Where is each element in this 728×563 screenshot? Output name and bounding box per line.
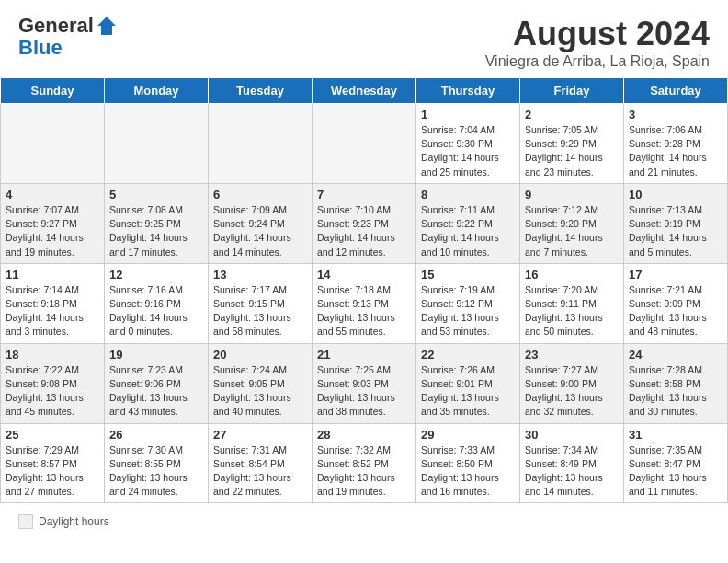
day-number: 9 <box>525 188 619 201</box>
calendar-day-cell <box>105 104 209 184</box>
day-info: Sunrise: 7:12 AM Sunset: 9:20 PM Dayligh… <box>525 203 619 259</box>
logo: General Blue <box>18 15 118 59</box>
calendar-day-cell <box>209 104 313 184</box>
calendar-day-cell: 25Sunrise: 7:29 AM Sunset: 8:57 PM Dayli… <box>1 423 105 503</box>
day-info: Sunrise: 7:22 AM Sunset: 9:08 PM Dayligh… <box>6 363 99 419</box>
calendar-day-cell: 16Sunrise: 7:20 AM Sunset: 9:11 PM Dayli… <box>520 263 624 343</box>
day-number: 4 <box>6 188 99 201</box>
day-info: Sunrise: 7:16 AM Sunset: 9:16 PM Dayligh… <box>109 283 203 339</box>
day-number: 5 <box>109 188 203 201</box>
day-number: 29 <box>421 428 515 442</box>
logo-general-text: General <box>18 15 94 37</box>
day-info: Sunrise: 7:05 AM Sunset: 9:29 PM Dayligh… <box>525 123 619 179</box>
calendar-day-cell: 14Sunrise: 7:18 AM Sunset: 9:13 PM Dayli… <box>313 263 416 343</box>
day-number: 6 <box>213 188 307 201</box>
day-info: Sunrise: 7:30 AM Sunset: 8:55 PM Dayligh… <box>109 443 203 500</box>
logo-blue-text: Blue <box>18 36 63 59</box>
calendar-day-cell: 2Sunrise: 7:05 AM Sunset: 9:29 PM Daylig… <box>520 104 624 184</box>
day-info: Sunrise: 7:18 AM Sunset: 9:13 PM Dayligh… <box>317 283 411 339</box>
day-number: 14 <box>317 268 411 282</box>
day-info: Sunrise: 7:20 AM Sunset: 9:11 PM Dayligh… <box>525 283 619 339</box>
calendar-day-cell: 15Sunrise: 7:19 AM Sunset: 9:12 PM Dayli… <box>416 263 520 343</box>
legend-box <box>18 514 33 529</box>
weekday-header-wednesday: Wednesday <box>313 78 416 104</box>
day-number: 18 <box>6 348 99 362</box>
day-info: Sunrise: 7:23 AM Sunset: 9:06 PM Dayligh… <box>109 363 203 419</box>
calendar-title: August 2024 <box>485 15 710 53</box>
legend-label: Daylight hours <box>39 515 109 528</box>
day-number: 25 <box>6 428 99 442</box>
calendar-day-cell: 7Sunrise: 7:10 AM Sunset: 9:23 PM Daylig… <box>313 183 416 263</box>
calendar-day-cell: 21Sunrise: 7:25 AM Sunset: 9:03 PM Dayli… <box>313 343 416 423</box>
weekday-header-friday: Friday <box>520 78 624 104</box>
weekday-header-row: SundayMondayTuesdayWednesdayThursdayFrid… <box>1 78 728 104</box>
day-info: Sunrise: 7:07 AM Sunset: 9:27 PM Dayligh… <box>6 203 99 259</box>
calendar-day-cell: 13Sunrise: 7:17 AM Sunset: 9:15 PM Dayli… <box>209 263 313 343</box>
calendar-day-cell: 10Sunrise: 7:13 AM Sunset: 9:19 PM Dayli… <box>624 183 728 263</box>
calendar-day-cell: 26Sunrise: 7:30 AM Sunset: 8:55 PM Dayli… <box>105 423 209 503</box>
day-number: 7 <box>317 188 411 201</box>
calendar-day-cell: 28Sunrise: 7:32 AM Sunset: 8:52 PM Dayli… <box>313 423 416 503</box>
calendar-day-cell: 20Sunrise: 7:24 AM Sunset: 9:05 PM Dayli… <box>209 343 313 423</box>
day-info: Sunrise: 7:21 AM Sunset: 9:09 PM Dayligh… <box>629 283 722 339</box>
calendar-day-cell: 11Sunrise: 7:14 AM Sunset: 9:18 PM Dayli… <box>1 263 105 343</box>
calendar-week-row: 18Sunrise: 7:22 AM Sunset: 9:08 PM Dayli… <box>1 343 728 423</box>
day-info: Sunrise: 7:14 AM Sunset: 9:18 PM Dayligh… <box>6 283 99 339</box>
title-block: August 2024 Viniegra de Arriba, La Rioja… <box>485 15 710 70</box>
day-number: 31 <box>629 428 722 442</box>
day-number: 11 <box>6 268 99 282</box>
day-info: Sunrise: 7:04 AM Sunset: 9:30 PM Dayligh… <box>421 123 515 179</box>
day-number: 21 <box>317 348 411 362</box>
calendar-day-cell: 12Sunrise: 7:16 AM Sunset: 9:16 PM Dayli… <box>105 263 209 343</box>
calendar-day-cell: 31Sunrise: 7:35 AM Sunset: 8:47 PM Dayli… <box>624 423 728 503</box>
day-number: 2 <box>525 108 619 121</box>
calendar-footer: Daylight hours <box>0 511 728 533</box>
calendar-day-cell: 29Sunrise: 7:33 AM Sunset: 8:50 PM Dayli… <box>416 423 520 503</box>
calendar-day-cell: 18Sunrise: 7:22 AM Sunset: 9:08 PM Dayli… <box>1 343 105 423</box>
day-number: 24 <box>629 348 722 362</box>
day-info: Sunrise: 7:10 AM Sunset: 9:23 PM Dayligh… <box>317 203 411 259</box>
calendar-day-cell: 6Sunrise: 7:09 AM Sunset: 9:24 PM Daylig… <box>209 183 313 263</box>
calendar-day-cell: 19Sunrise: 7:23 AM Sunset: 9:06 PM Dayli… <box>105 343 209 423</box>
day-info: Sunrise: 7:32 AM Sunset: 8:52 PM Dayligh… <box>317 443 411 500</box>
day-number: 26 <box>109 428 203 442</box>
calendar-day-cell: 3Sunrise: 7:06 AM Sunset: 9:28 PM Daylig… <box>624 104 728 184</box>
calendar-day-cell: 22Sunrise: 7:26 AM Sunset: 9:01 PM Dayli… <box>416 343 520 423</box>
day-info: Sunrise: 7:17 AM Sunset: 9:15 PM Dayligh… <box>213 283 307 339</box>
page-header: General Blue August 2024 Viniegra de Arr… <box>0 0 728 77</box>
day-number: 8 <box>421 188 515 201</box>
day-info: Sunrise: 7:08 AM Sunset: 9:25 PM Dayligh… <box>109 203 203 259</box>
day-info: Sunrise: 7:28 AM Sunset: 8:58 PM Dayligh… <box>629 363 722 419</box>
calendar-day-cell: 9Sunrise: 7:12 AM Sunset: 9:20 PM Daylig… <box>520 183 624 263</box>
calendar-day-cell: 23Sunrise: 7:27 AM Sunset: 9:00 PM Dayli… <box>520 343 624 423</box>
day-info: Sunrise: 7:31 AM Sunset: 8:54 PM Dayligh… <box>213 443 307 500</box>
calendar-day-cell: 1Sunrise: 7:04 AM Sunset: 9:30 PM Daylig… <box>416 104 520 184</box>
day-number: 10 <box>629 188 722 201</box>
day-info: Sunrise: 7:35 AM Sunset: 8:47 PM Dayligh… <box>629 443 722 500</box>
calendar-day-cell: 17Sunrise: 7:21 AM Sunset: 9:09 PM Dayli… <box>624 263 728 343</box>
calendar-week-row: 11Sunrise: 7:14 AM Sunset: 9:18 PM Dayli… <box>1 263 728 343</box>
day-number: 20 <box>213 348 307 362</box>
day-number: 28 <box>317 428 411 442</box>
day-info: Sunrise: 7:25 AM Sunset: 9:03 PM Dayligh… <box>317 363 411 419</box>
day-number: 15 <box>421 268 515 282</box>
calendar-day-cell: 8Sunrise: 7:11 AM Sunset: 9:22 PM Daylig… <box>416 183 520 263</box>
calendar-day-cell: 4Sunrise: 7:07 AM Sunset: 9:27 PM Daylig… <box>1 183 105 263</box>
day-number: 1 <box>421 108 515 121</box>
day-number: 3 <box>629 108 722 121</box>
svg-marker-0 <box>97 17 116 35</box>
calendar-day-cell: 24Sunrise: 7:28 AM Sunset: 8:58 PM Dayli… <box>624 343 728 423</box>
weekday-header-sunday: Sunday <box>1 78 105 104</box>
weekday-header-monday: Monday <box>105 78 209 104</box>
day-info: Sunrise: 7:34 AM Sunset: 8:49 PM Dayligh… <box>525 443 619 500</box>
day-info: Sunrise: 7:06 AM Sunset: 9:28 PM Dayligh… <box>629 123 722 179</box>
day-info: Sunrise: 7:09 AM Sunset: 9:24 PM Dayligh… <box>213 203 307 259</box>
day-info: Sunrise: 7:19 AM Sunset: 9:12 PM Dayligh… <box>421 283 515 339</box>
day-number: 22 <box>421 348 515 362</box>
calendar-day-cell <box>313 104 416 184</box>
day-info: Sunrise: 7:11 AM Sunset: 9:22 PM Dayligh… <box>421 203 515 259</box>
calendar-day-cell: 5Sunrise: 7:08 AM Sunset: 9:25 PM Daylig… <box>105 183 209 263</box>
day-info: Sunrise: 7:27 AM Sunset: 9:00 PM Dayligh… <box>525 363 619 419</box>
day-info: Sunrise: 7:13 AM Sunset: 9:19 PM Dayligh… <box>629 203 722 259</box>
day-number: 27 <box>213 428 307 442</box>
